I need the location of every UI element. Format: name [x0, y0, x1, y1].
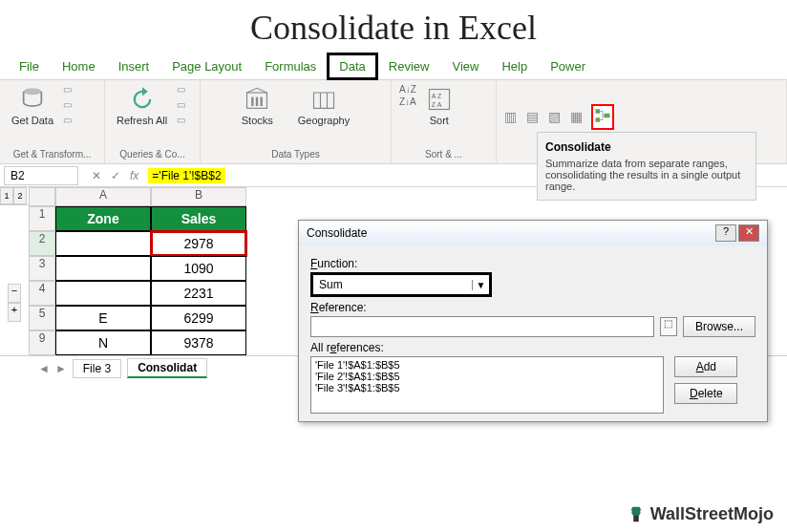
edit-links-icon[interactable]: ▭ — [177, 115, 190, 128]
remove-duplicates-icon[interactable]: ▧ — [548, 109, 561, 124]
outline-collapse[interactable]: − — [8, 284, 21, 303]
geography-button[interactable]: Geography — [294, 84, 353, 128]
database-icon — [19, 86, 46, 113]
row-header[interactable]: 3 — [29, 256, 55, 281]
svg-text:A Z: A Z — [432, 93, 442, 99]
sort-label: Sort — [430, 115, 449, 126]
tab-help[interactable]: Help — [490, 53, 539, 79]
group-get-transform-label: Get & Transform... — [8, 149, 96, 160]
collapse-dialog-icon[interactable]: ⬚ — [660, 317, 677, 336]
reference-item[interactable]: 'File 3'!$A$1:$B$5 — [315, 382, 659, 394]
tab-formulas[interactable]: Formulas — [253, 53, 328, 79]
mojo-icon — [626, 503, 647, 524]
refresh-icon — [129, 86, 156, 113]
tab-view[interactable]: View — [440, 53, 490, 79]
browse-button[interactable]: Browse... — [683, 316, 755, 337]
outline-level-2[interactable]: 2 — [13, 187, 27, 204]
svg-rect-9 — [596, 117, 601, 122]
col-header-a[interactable]: A — [55, 187, 151, 206]
consolidate-icon — [594, 107, 611, 124]
cell-b9[interactable]: 9378 — [151, 330, 246, 355]
formula-text: ='File 1'!$B$2 — [148, 168, 224, 183]
cell-b1[interactable]: Sales — [151, 206, 246, 231]
brand-text: WallStreetMojo — [650, 504, 774, 524]
cell-a4[interactable] — [55, 281, 151, 306]
brand-logo: WallStreetMojo — [626, 503, 774, 524]
get-data-button[interactable]: Get Data — [8, 84, 57, 128]
sheet-tab-consolidate[interactable]: Consolidat — [127, 358, 207, 378]
col-header-b[interactable]: B — [151, 187, 246, 206]
outline-level-1[interactable]: 1 — [0, 187, 13, 204]
dialog-title: Consolidate — [307, 226, 367, 240]
reference-input[interactable] — [310, 316, 654, 337]
row-header[interactable]: 4 — [29, 281, 55, 306]
consolidate-button[interactable] — [592, 105, 613, 129]
tab-review[interactable]: Review — [377, 53, 441, 79]
dropdown-icon[interactable]: ▼ — [472, 280, 489, 290]
group-sort-label: Sort & ... — [399, 149, 488, 160]
sort-az-button[interactable]: A↓Z — [399, 84, 416, 95]
reference-item[interactable]: 'File 1'!$A$1:$B$5 — [315, 359, 659, 371]
consolidate-dialog: Consolidate ? ✕ Function: ▼ Reference: ⬚… — [298, 220, 768, 422]
tab-page-layout[interactable]: Page Layout — [160, 53, 253, 79]
cell-a3[interactable] — [55, 256, 151, 281]
from-web-icon[interactable]: ▭ — [63, 99, 76, 113]
data-validation-icon[interactable]: ▦ — [570, 109, 583, 124]
cancel-icon[interactable]: ✕ — [92, 169, 101, 182]
tooltip-title: Consolidate — [545, 140, 748, 154]
refresh-all-label: Refresh All — [117, 115, 167, 126]
dialog-close-button[interactable]: ✕ — [738, 224, 759, 242]
svg-rect-4 — [261, 97, 263, 106]
row-header[interactable]: 2 — [29, 231, 55, 256]
page-title: Consolidate in Excel — [0, 0, 787, 53]
function-label: Function: — [310, 257, 755, 270]
stocks-label: Stocks — [242, 115, 273, 126]
cell-b4[interactable]: 2231 — [151, 281, 246, 306]
cell-b3[interactable]: 1090 — [151, 256, 246, 281]
tab-data[interactable]: Data — [328, 53, 376, 79]
sheet-tab-file3[interactable]: File 3 — [73, 359, 121, 378]
cell-a2[interactable] — [55, 231, 151, 256]
tab-home[interactable]: Home — [51, 53, 107, 79]
ribbon-tabs: File Home Insert Page Layout Formulas Da… — [0, 53, 787, 80]
all-references-list[interactable]: 'File 1'!$A$1:$B$5 'File 2'!$A$1:$B$5 'F… — [310, 356, 664, 414]
tab-nav-prev-icon[interactable]: ◄ — [38, 362, 50, 375]
text-to-columns-icon[interactable]: ▥ — [504, 109, 517, 124]
enter-icon[interactable]: ✓ — [111, 169, 120, 182]
tab-nav-next-icon[interactable]: ► — [55, 362, 67, 375]
properties-icon[interactable]: ▭ — [177, 99, 190, 113]
tab-power[interactable]: Power — [539, 53, 597, 79]
stocks-button[interactable]: Stocks — [238, 84, 277, 128]
tooltip-body: Summarize data from separate ranges, con… — [545, 158, 748, 192]
tab-file[interactable]: File — [8, 53, 51, 79]
group-queries-label: Queries & Co... — [113, 149, 192, 160]
reference-item[interactable]: 'File 2'!$A$1:$B$5 — [315, 371, 659, 382]
reference-label: Reference: — [310, 301, 755, 314]
function-select[interactable]: ▼ — [310, 272, 492, 297]
name-box[interactable] — [4, 166, 78, 185]
delete-button[interactable]: Delete — [674, 383, 737, 404]
cell-a5[interactable]: E — [55, 306, 151, 330]
queries-icon[interactable]: ▭ — [177, 84, 190, 97]
cell-a9[interactable]: N — [55, 330, 151, 355]
cell-a1[interactable]: Zone — [55, 206, 151, 231]
from-text-icon[interactable]: ▭ — [63, 84, 76, 97]
refresh-all-button[interactable]: Refresh All — [113, 84, 171, 128]
row-header[interactable]: 1 — [29, 206, 55, 231]
from-table-icon[interactable]: ▭ — [63, 115, 76, 128]
select-all-corner[interactable] — [29, 187, 55, 206]
cell-b5[interactable]: 6299 — [151, 306, 246, 330]
sort-za-button[interactable]: Z↓A — [399, 96, 416, 107]
dialog-help-button[interactable]: ? — [715, 224, 736, 242]
fx-icon[interactable]: fx — [130, 169, 138, 182]
flash-fill-icon[interactable]: ▤ — [526, 109, 539, 124]
stocks-icon — [244, 86, 270, 113]
cell-b2[interactable]: 2978 — [151, 231, 246, 256]
function-value[interactable] — [313, 275, 472, 294]
outline-expand[interactable]: + — [8, 303, 21, 322]
row-header[interactable]: 9 — [29, 330, 55, 355]
tab-insert[interactable]: Insert — [107, 53, 161, 79]
add-button[interactable]: Add — [674, 356, 737, 377]
row-header[interactable]: 5 — [29, 306, 55, 330]
sort-button[interactable]: A ZZ A Sort — [422, 84, 457, 128]
